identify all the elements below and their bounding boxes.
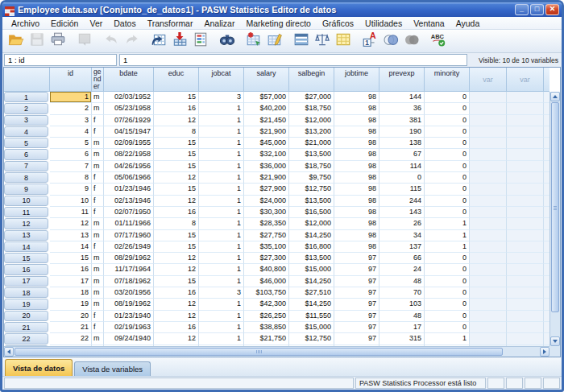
cell-minority-8[interactable]: 0 [425,172,470,184]
cell-prevexp-15[interactable]: 66 [379,253,425,264]
cell-minority-3[interactable]: 0 [425,115,470,126]
cell-prevexp-13[interactable]: 34 [379,230,425,241]
goto-case-button[interactable] [148,31,169,52]
cell-prevexp-20[interactable]: 48 [379,311,425,322]
insert-cases-button[interactable] [243,31,264,52]
cell-var2-19[interactable] [507,299,544,310]
column-header-var1[interactable]: var [470,68,507,92]
cell-prevexp-9[interactable]: 115 [379,184,425,195]
cell-educ-13[interactable]: 15 [154,230,199,241]
cell-educ-11[interactable]: 16 [154,207,199,218]
cell-salary-11[interactable]: $30,300 [244,207,289,218]
cell-salary-6[interactable]: $32,100 [244,149,289,160]
insert-variable-button[interactable] [264,31,285,52]
cell-bdate-16[interactable]: 11/17/1964 [104,264,154,275]
cell-var1-18[interactable] [470,287,507,299]
column-header-var2[interactable]: var [507,68,544,92]
horizontal-scroll-thumb[interactable] [15,348,503,356]
row-header-16[interactable]: 16 [4,264,48,274]
cell-jobtime-9[interactable]: 98 [334,184,379,195]
cell-jobtime-21[interactable]: 97 [334,322,379,333]
cell-gender-10[interactable]: f [92,196,104,207]
save-button[interactable] [27,31,48,52]
cell-salbegin-2[interactable]: $18,750 [289,103,334,114]
cell-id-19[interactable]: 19 [50,299,92,310]
column-header-jobcat[interactable]: jobcat [199,68,244,92]
cell-minority-9[interactable]: 0 [425,184,470,195]
recall-dialogs-button[interactable] [74,31,95,52]
cell-jobtime-17[interactable]: 97 [334,276,379,287]
cell-prevexp-1[interactable]: 144 [379,92,425,103]
cell-var2-15[interactable] [507,253,544,264]
cell-educ-4[interactable]: 8 [154,126,199,138]
column-header-gender[interactable]: gender [92,68,104,92]
cell-educ-21[interactable]: 16 [154,322,199,333]
cell-minority-15[interactable]: 0 [425,253,470,264]
cell-var2-5[interactable] [507,138,544,149]
cell-jobtime-2[interactable]: 98 [334,103,379,114]
cell-gender-19[interactable]: m [92,299,104,310]
cell-var1-15[interactable] [470,253,507,264]
scroll-up-button[interactable] [550,92,560,101]
menu-item-utilidades[interactable]: Utilidades [359,17,408,29]
cell-minority-17[interactable]: 0 [425,276,470,287]
cell-minority-7[interactable]: 0 [425,161,470,172]
row-header-3[interactable]: 3 [4,115,48,126]
cell-jobtime-14[interactable]: 98 [334,241,379,253]
cell-var1-17[interactable] [470,276,507,287]
value-labels-button[interactable]: 1A [359,31,380,52]
cell-salbegin-11[interactable]: $16,500 [289,207,334,218]
cell-salbegin-21[interactable]: $15,000 [289,322,334,333]
cell-var2-17[interactable] [507,276,544,287]
undo-button[interactable] [101,31,122,52]
cell-educ-18[interactable]: 16 [154,287,199,299]
cell-minority-19[interactable]: 0 [425,299,470,310]
cell-minority-11[interactable]: 0 [425,207,470,218]
cell-gender-9[interactable]: f [92,184,104,195]
cell-id-9[interactable]: 9 [50,184,92,195]
vertical-scrollbar[interactable] [549,92,560,346]
cell-id-16[interactable]: 16 [50,264,92,275]
cell-jobcat-19[interactable]: 1 [199,299,244,310]
cell-prevexp-14[interactable]: 137 [379,241,425,253]
menu-item-gr-ficos[interactable]: Gráficos [317,17,359,29]
maximize-button[interactable]: □ [530,4,544,15]
cell-var1-19[interactable] [470,299,507,310]
cell-prevexp-7[interactable]: 114 [379,161,425,172]
cell-jobcat-20[interactable]: 1 [199,311,244,322]
cell-salbegin-22[interactable]: $12,750 [289,333,334,345]
cell-var2-9[interactable] [507,184,544,195]
cell-minority-18[interactable]: 0 [425,287,470,299]
cell-jobcat-14[interactable]: 1 [199,241,244,253]
cell-educ-15[interactable]: 12 [154,253,199,264]
cell-var2-2[interactable] [507,103,544,114]
cell-id-1[interactable]: 1 [50,92,92,103]
cell-bdate-8[interactable]: 05/06/1966 [104,172,154,184]
menu-item-ayuda[interactable]: Ayuda [450,17,486,29]
cell-salbegin-17[interactable]: $14,250 [289,276,334,287]
cell-bdate-20[interactable]: 01/23/1940 [104,311,154,322]
cell-id-21[interactable]: 21 [50,322,92,333]
cell-prevexp-21[interactable]: 17 [379,322,425,333]
cell-id-12[interactable]: 12 [50,218,92,229]
scroll-down-button[interactable] [550,336,560,346]
open-file-button[interactable] [6,31,27,52]
find-button[interactable] [217,31,238,52]
print-button[interactable] [48,31,68,52]
cell-salbegin-12[interactable]: $12,000 [289,218,334,229]
row-header-10[interactable]: 10 [4,196,48,206]
cell-jobtime-22[interactable]: 97 [334,333,379,345]
cell-salary-8[interactable]: $21,900 [244,172,289,184]
cell-educ-22[interactable]: 12 [154,333,199,345]
cell-minority-1[interactable]: 0 [425,92,470,103]
cell-gender-14[interactable]: f [92,241,104,253]
cell-prevexp-4[interactable]: 190 [379,126,425,138]
cell-gender-17[interactable]: m [92,276,104,287]
cell-salbegin-1[interactable]: $27,000 [289,92,334,103]
cell-bdate-21[interactable]: 02/19/1963 [104,322,154,333]
cell-id-8[interactable]: 8 [50,172,92,184]
row-header-2[interactable]: 2 [4,103,48,113]
weight-cases-button[interactable] [312,31,333,52]
cell-minority-5[interactable]: 0 [425,138,470,149]
cell-bdate-10[interactable]: 02/13/1946 [104,196,154,207]
